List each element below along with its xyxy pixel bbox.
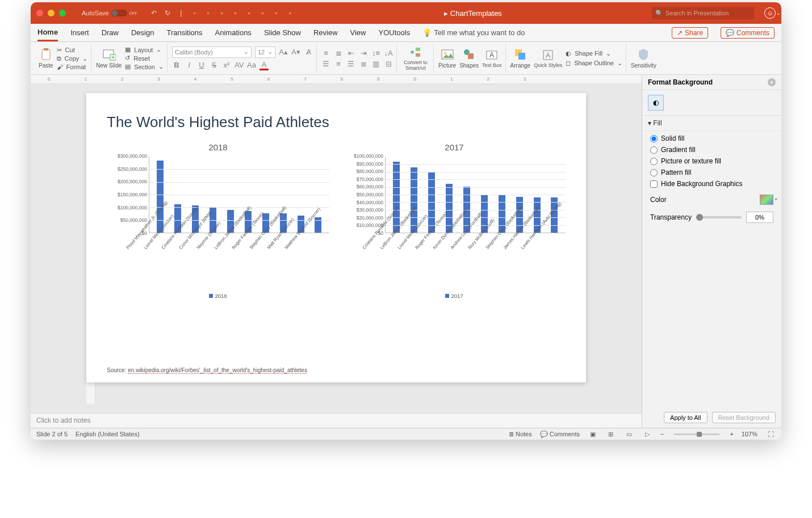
- tab-review[interactable]: Review: [313, 25, 338, 40]
- paste-button[interactable]: Paste: [39, 48, 53, 69]
- textbox-button[interactable]: AText Box: [482, 48, 502, 69]
- picture-fill-radio[interactable]: Picture or texture fill: [650, 157, 773, 165]
- fill-section-header[interactable]: ▾ Fill: [642, 116, 781, 131]
- font-color-button[interactable]: A: [259, 60, 269, 70]
- columns-button[interactable]: ▥: [371, 60, 380, 68]
- zoom-in-button[interactable]: +: [730, 431, 733, 437]
- italic-button[interactable]: I: [185, 61, 194, 69]
- close-window-button[interactable]: [36, 10, 43, 16]
- tab-transitions[interactable]: Transitions: [166, 25, 202, 40]
- section-button[interactable]: ▤Section ⌄: [125, 63, 164, 70]
- numbering-button[interactable]: ≣: [334, 49, 343, 57]
- highlight-button[interactable]: AV: [235, 61, 244, 69]
- slideshow-view-button[interactable]: ▷: [642, 430, 652, 438]
- change-case-button[interactable]: Aa: [247, 61, 256, 69]
- transparency-slider[interactable]: [696, 216, 742, 218]
- comments-button[interactable]: 💬Comments: [721, 27, 775, 39]
- minimize-window-button[interactable]: [48, 10, 55, 16]
- tab-home[interactable]: Home: [37, 24, 58, 41]
- convert-smartart-button[interactable]: Convert to SmartArt: [401, 45, 430, 71]
- zoom-out-button[interactable]: −: [660, 431, 664, 437]
- qat-button[interactable]: ▫: [204, 9, 212, 17]
- qat-button[interactable]: ▫: [232, 9, 240, 17]
- layout-button[interactable]: ▦Layout ⌄: [125, 46, 164, 53]
- chart-2018[interactable]: 2018 $300,000,000$250,000,000$200,000,00…: [107, 142, 329, 367]
- slide-counter[interactable]: Slide 2 of 5: [36, 431, 68, 437]
- tab-slideshow[interactable]: Slide Show: [264, 25, 301, 40]
- share-button[interactable]: ↗Share: [672, 27, 708, 39]
- align-left-button[interactable]: ☰: [321, 60, 330, 68]
- comments-toggle[interactable]: 💬 Comments: [540, 431, 580, 438]
- close-panel-button[interactable]: ×: [768, 78, 776, 86]
- align-text-button[interactable]: ⊟: [384, 60, 393, 68]
- gradient-fill-radio[interactable]: Gradient fill: [650, 146, 773, 154]
- new-slide-button[interactable]: New Slide: [96, 48, 122, 69]
- slide-canvas[interactable]: The World's Highest Paid Athletes 2018 $…: [86, 93, 586, 382]
- format-painter-button[interactable]: 🖌Format: [57, 64, 88, 70]
- tab-youtools[interactable]: YOUtools: [379, 25, 411, 40]
- sensitivity-button[interactable]: Sensitivity: [631, 48, 656, 69]
- slide-title[interactable]: The World's Highest Paid Athletes: [107, 113, 566, 131]
- clear-format-icon[interactable]: A̷: [304, 48, 313, 56]
- reset-button[interactable]: ↺Reset: [125, 54, 164, 62]
- apply-to-all-button[interactable]: Apply to All: [664, 412, 707, 423]
- solid-fill-radio[interactable]: Solid fill: [650, 134, 773, 142]
- indent-right-button[interactable]: ⇥: [359, 49, 368, 57]
- maximize-window-button[interactable]: [59, 10, 66, 16]
- undo-icon[interactable]: ↶: [150, 9, 158, 17]
- shape-fill-button[interactable]: ◐Shape Fill ⌄: [566, 50, 622, 57]
- fill-tab-icon[interactable]: ◐: [648, 95, 664, 111]
- font-size-select[interactable]: 12⌄: [255, 47, 275, 58]
- chart-2017[interactable]: 2017 $100,000,000$90,000,000$80,000,000$…: [343, 142, 566, 367]
- shape-outline-button[interactable]: ◻Shape Outline ⌄: [566, 60, 622, 67]
- zoom-slider[interactable]: [674, 433, 719, 435]
- font-select[interactable]: Calibri (Body)⌄: [172, 47, 252, 58]
- qat-button[interactable]: ▫: [286, 9, 294, 17]
- qat-button[interactable]: ▫: [218, 9, 226, 17]
- user-menu[interactable]: ☺: [764, 7, 776, 19]
- underline-button[interactable]: U: [197, 61, 206, 69]
- shapes-button[interactable]: Shapes: [459, 48, 479, 69]
- qat-button[interactable]: ▫: [259, 9, 267, 17]
- redo-icon[interactable]: ↻: [164, 9, 171, 17]
- zoom-level[interactable]: 107%: [742, 431, 757, 437]
- justify-button[interactable]: ≣: [359, 60, 368, 68]
- line-spacing-button[interactable]: ↕≡: [371, 49, 380, 57]
- pattern-fill-radio[interactable]: Pattern fill: [650, 169, 773, 176]
- bullets-button[interactable]: ≡: [321, 49, 330, 57]
- tab-animations[interactable]: Animations: [215, 25, 252, 40]
- color-picker[interactable]: [760, 195, 773, 205]
- bold-button[interactable]: B: [172, 61, 181, 69]
- hide-bg-graphics-check[interactable]: Hide Background Graphics: [650, 180, 773, 188]
- autosave-switch[interactable]: [111, 10, 127, 16]
- indent-left-button[interactable]: ⇤: [346, 49, 355, 57]
- reading-view-button[interactable]: ▭: [624, 430, 634, 438]
- strike-button[interactable]: S̶: [210, 61, 219, 69]
- arrange-button[interactable]: Arrange: [510, 48, 531, 69]
- language-indicator[interactable]: English (United States): [76, 431, 140, 437]
- fit-to-window-button[interactable]: ⛶: [765, 430, 776, 438]
- notes-pane[interactable]: Click to add notes: [31, 413, 642, 428]
- align-right-button[interactable]: ☰: [346, 60, 355, 68]
- normal-view-button[interactable]: ▣: [588, 430, 598, 438]
- decrease-font-icon[interactable]: A▾: [291, 48, 300, 56]
- cut-button[interactable]: ✂Cut: [57, 47, 88, 54]
- reset-background-button[interactable]: Reset Background: [712, 412, 776, 423]
- tab-draw[interactable]: Draw: [102, 25, 119, 40]
- align-center-button[interactable]: ≡: [334, 60, 343, 68]
- qat-button[interactable]: ▫: [273, 9, 281, 17]
- tab-view[interactable]: View: [350, 25, 366, 40]
- qat-button[interactable]: ▫: [245, 9, 253, 17]
- transparency-input[interactable]: 0%: [746, 212, 773, 223]
- tell-me-search[interactable]: 💡Tell me what you want to do: [422, 28, 525, 37]
- notes-toggle[interactable]: ≣ Notes: [509, 431, 532, 438]
- sorter-view-button[interactable]: ⊞: [606, 430, 616, 438]
- tab-design[interactable]: Design: [131, 25, 154, 40]
- increase-font-icon[interactable]: A▴: [279, 48, 288, 56]
- text-direction-button[interactable]: ↓A: [384, 49, 393, 57]
- copy-button[interactable]: ⧉Copy ⌄: [57, 55, 88, 62]
- tab-insert[interactable]: Insert: [70, 25, 89, 40]
- picture-button[interactable]: Picture: [438, 48, 456, 69]
- qat-button[interactable]: ▫: [191, 9, 199, 17]
- quickstyles-button[interactable]: AQuick Styles: [534, 48, 562, 69]
